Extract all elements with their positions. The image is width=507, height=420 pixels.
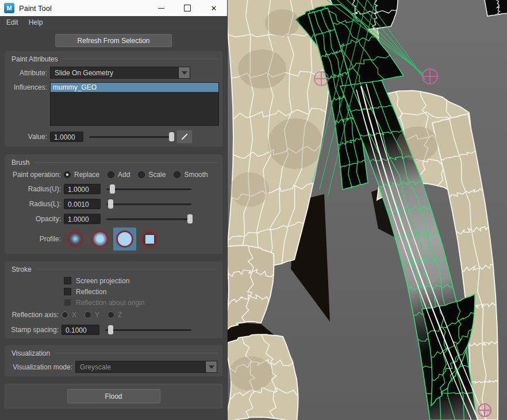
menu-edit[interactable]: Edit <box>2 17 22 28</box>
radio-add[interactable] <box>107 171 114 178</box>
opacity-label: Opacity: <box>8 215 64 223</box>
slider-handle[interactable] <box>110 184 115 194</box>
visualization-section: Visualization Visualization mode: Greysc… <box>5 345 222 376</box>
radius-u-field[interactable]: 1.0000 <box>64 184 101 194</box>
stroke-section: Stroke Screen projection Reflection Refl… <box>5 261 222 338</box>
visualization-mode-dropdown-button[interactable] <box>206 361 217 373</box>
radio-replace[interactable] <box>64 171 71 178</box>
maximize-button[interactable] <box>174 0 201 16</box>
profile-gaussian-button[interactable] <box>64 228 87 251</box>
opacity-slider[interactable] <box>106 214 191 224</box>
section-title: Visualization <box>11 349 50 357</box>
joint-locator-icon[interactable] <box>478 404 491 417</box>
radius-l-label: Radius(L): <box>8 200 64 208</box>
radio-smooth-label: Smooth <box>184 171 208 179</box>
solid-profile-icon <box>116 230 133 248</box>
section-divider <box>63 59 218 59</box>
value-field[interactable]: 1.0000 <box>50 132 83 142</box>
section-title: Brush <box>11 159 29 167</box>
menu-bar: Edit Help <box>0 16 227 29</box>
radius-l-slider[interactable] <box>106 199 191 209</box>
influences-list[interactable]: mummy_GEO <box>50 82 219 126</box>
refresh-from-selection-button[interactable]: Refresh From Selection <box>55 34 172 47</box>
section-divider <box>36 269 218 269</box>
value-label: Value: <box>8 133 50 141</box>
slider-handle[interactable] <box>108 199 113 209</box>
joint-locator-icon[interactable] <box>422 69 437 84</box>
reflection-checkbox[interactable] <box>64 288 71 295</box>
radio-axis-x <box>62 311 68 318</box>
stamp-spacing-field[interactable]: 0.1000 <box>62 325 99 335</box>
slider-track <box>106 218 191 220</box>
title-bar[interactable]: M Paint Tool ✕ <box>0 0 227 16</box>
visualization-mode-label: Visualization mode: <box>8 363 75 371</box>
opacity-field[interactable]: 1.0000 <box>64 214 101 224</box>
close-icon: ✕ <box>211 4 217 13</box>
paint-operation-label: Paint operation: <box>8 171 64 179</box>
brush-section: Brush Paint operation: Replace Add Scale… <box>5 155 222 254</box>
section-title: Stroke <box>11 265 32 273</box>
radius-l-field[interactable]: 0.0010 <box>64 199 101 209</box>
stamp-spacing-label: Stamp spacing: <box>8 326 62 334</box>
profile-solid-button[interactable] <box>113 228 136 251</box>
screen-projection-checkbox[interactable] <box>64 277 71 284</box>
eyedropper-icon <box>181 133 187 140</box>
screen-projection-label: Screen projection <box>76 277 129 285</box>
axis-z-label: Z <box>118 311 122 319</box>
slider-handle[interactable] <box>187 214 193 224</box>
axis-y-label: Y <box>95 311 99 319</box>
eyedropper-button[interactable] <box>176 130 193 144</box>
influences-label: Influences: <box>8 82 50 91</box>
chevron-down-icon <box>182 71 187 75</box>
radio-smooth[interactable] <box>174 171 180 178</box>
radio-scale[interactable] <box>138 171 145 178</box>
radio-axis-y <box>84 311 91 318</box>
profile-square-button[interactable] <box>138 228 161 251</box>
reflection-label: Reflection <box>76 288 106 296</box>
chevron-down-icon <box>209 365 214 369</box>
axis-x-label: X <box>72 311 76 319</box>
square-profile-icon <box>141 230 158 248</box>
profile-soft-button[interactable] <box>89 228 112 251</box>
radius-u-slider[interactable] <box>106 184 191 194</box>
stamp-spacing-slider[interactable] <box>105 325 191 334</box>
maximize-icon <box>184 5 191 11</box>
minimize-button[interactable] <box>148 0 174 16</box>
radio-axis-z <box>107 311 114 318</box>
reflection-about-origin-checkbox <box>64 299 71 306</box>
radio-replace-label: Replace <box>74 171 99 179</box>
section-title: Paint Attributes <box>11 55 58 63</box>
slider-track <box>106 203 191 205</box>
flood-button[interactable]: Flood <box>67 389 160 403</box>
slider-handle[interactable] <box>169 132 174 141</box>
close-button[interactable]: ✕ <box>201 0 227 16</box>
viewport-canvas[interactable] <box>228 0 507 420</box>
window-title: Paint Tool <box>19 4 148 13</box>
application-window: M Paint Tool ✕ Edit Help Refresh From Se… <box>0 0 507 420</box>
section-divider <box>34 162 218 163</box>
footer-bar: Flood <box>5 384 222 409</box>
joint-locator-icon[interactable] <box>314 72 328 86</box>
visualization-mode-dropdown[interactable]: Greyscale <box>75 361 206 373</box>
section-divider <box>55 353 218 353</box>
value-slider[interactable] <box>89 132 173 141</box>
gaussian-profile-icon <box>67 230 84 248</box>
radius-u-label: Radius(U): <box>8 185 64 193</box>
menu-help[interactable]: Help <box>25 17 47 28</box>
attribute-dropdown-button[interactable] <box>179 67 190 79</box>
influence-list-item[interactable]: mummy_GEO <box>51 83 218 92</box>
attribute-label: Attribute: <box>8 69 50 77</box>
slider-track <box>106 188 191 190</box>
soft-profile-icon <box>91 230 109 248</box>
paint-tool-dialog: M Paint Tool ✕ Edit Help Refresh From Se… <box>0 0 228 420</box>
maya-logo-icon: M <box>4 3 14 13</box>
radio-scale-label: Scale <box>148 171 166 179</box>
radio-add-label: Add <box>118 171 130 179</box>
reflection-axis-label: Reflection axis: <box>8 311 62 319</box>
slider-track <box>105 329 191 331</box>
slider-handle[interactable] <box>108 325 113 334</box>
reflection-about-origin-label: Reflection about origin <box>76 299 144 307</box>
profile-label: Profile: <box>8 235 64 243</box>
minimize-icon <box>158 8 164 9</box>
attribute-dropdown[interactable]: Slide On Geometry <box>50 67 179 79</box>
